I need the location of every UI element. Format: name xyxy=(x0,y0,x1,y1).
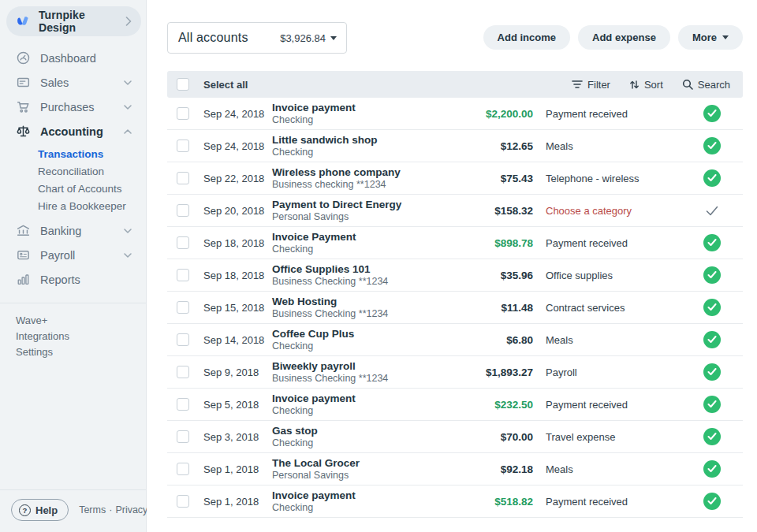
transaction-category[interactable]: Payroll xyxy=(533,366,694,378)
filter-button[interactable]: Filter xyxy=(572,79,610,91)
transaction-description[interactable]: Web Hosting xyxy=(272,296,440,308)
row-checkbox[interactable] xyxy=(177,236,189,249)
row-checkbox[interactable] xyxy=(177,398,189,411)
business-name: Turnpike Design xyxy=(39,9,119,34)
help-button[interactable]: ? Help xyxy=(11,499,69,521)
sort-button[interactable]: Sort xyxy=(629,79,663,91)
verified-badge[interactable] xyxy=(703,428,721,445)
sidebar-item-dashboard[interactable]: Dashboard xyxy=(0,46,146,70)
verified-badge[interactable] xyxy=(703,169,721,187)
transaction-category[interactable]: Meals xyxy=(533,334,694,346)
verified-badge[interactable] xyxy=(703,363,721,381)
verified-badge[interactable] xyxy=(703,266,721,284)
sidebar-item-label: Banking xyxy=(40,225,81,237)
transaction-category[interactable]: Choose a category xyxy=(533,205,694,217)
transaction-date: Sep 3, 2018 xyxy=(203,431,272,443)
sidebar-item-accounting[interactable]: Accounting xyxy=(0,119,146,143)
table-row: Sep 22, 2018 Wireless phone company Busi… xyxy=(167,162,743,195)
transaction-account: Checking xyxy=(272,502,440,514)
row-checkbox[interactable] xyxy=(177,301,189,314)
transaction-description[interactable]: Little sandwich shop xyxy=(272,134,440,147)
select-all-checkbox[interactable] xyxy=(177,78,189,91)
transaction-category[interactable]: Payment received xyxy=(533,237,694,249)
sidebar-item-sales[interactable]: Sales xyxy=(0,70,146,95)
row-checkbox[interactable] xyxy=(177,333,189,346)
transaction-description[interactable]: Invoice Payment xyxy=(272,231,440,244)
privacy-link[interactable]: Privacy xyxy=(115,504,147,515)
unreviewed-check-icon[interactable] xyxy=(706,206,718,216)
terms-link[interactable]: Terms xyxy=(79,504,106,515)
transaction-description[interactable]: Payment to Direct Energy xyxy=(272,199,440,211)
sidebar-item-integrations[interactable]: Integrations xyxy=(16,328,146,344)
row-checkbox[interactable] xyxy=(177,107,189,120)
transaction-category[interactable]: Contract services xyxy=(533,302,694,314)
sidebar-item-label: Dashboard xyxy=(40,52,96,65)
account-selector[interactable]: All accounts $3,926.84 xyxy=(167,22,347,54)
main-content: All accounts $3,926.84 Add income Add ex… xyxy=(147,0,757,532)
sidebar-item-chart-of-accounts[interactable]: Chart of Accounts xyxy=(0,180,146,197)
row-checkbox[interactable] xyxy=(177,463,189,475)
add-expense-button[interactable]: Add expense xyxy=(578,25,670,50)
transaction-amount: $518.82 xyxy=(440,496,533,508)
sidebar-item-purchases[interactable]: Purchases xyxy=(0,95,146,119)
verified-check-icon xyxy=(707,271,717,279)
sidebar-item-banking[interactable]: Banking xyxy=(0,218,146,243)
sidebar-item-transactions[interactable]: Transactions xyxy=(0,145,146,162)
transaction-description[interactable]: Invoice payment xyxy=(272,489,440,502)
more-button[interactable]: More xyxy=(678,25,743,50)
button-label: Add income xyxy=(498,32,556,43)
wave-logo-icon xyxy=(15,13,32,30)
verified-check-icon xyxy=(707,336,717,344)
transaction-date: Sep 24, 2018 xyxy=(203,140,272,152)
transaction-account: Checking xyxy=(272,114,440,126)
transaction-description[interactable]: The Local Grocer xyxy=(272,457,440,470)
transaction-category[interactable]: Telephone - wireless xyxy=(533,173,694,184)
transaction-category[interactable]: Meals xyxy=(533,140,694,152)
transaction-description[interactable]: Invoice payment xyxy=(272,392,440,405)
verified-check-icon xyxy=(707,368,717,376)
row-checkbox[interactable] xyxy=(177,366,189,378)
transaction-category[interactable]: Meals xyxy=(533,463,694,475)
row-checkbox[interactable] xyxy=(177,495,189,508)
verified-badge[interactable] xyxy=(703,331,721,348)
transaction-date: Sep 22, 2018 xyxy=(203,173,272,184)
sidebar-item-hire-a-bookkeeper[interactable]: Hire a Bookkeeper xyxy=(0,197,146,214)
transaction-description[interactable]: Coffee Cup Plus xyxy=(272,328,440,340)
table-row: Sep 18, 2018 Office Supplies 101 Busines… xyxy=(167,259,743,292)
verified-badge[interactable] xyxy=(703,234,721,251)
verified-badge[interactable] xyxy=(703,137,721,154)
row-checkbox[interactable] xyxy=(177,430,189,443)
sidebar-item-reconciliation[interactable]: Reconciliation xyxy=(0,162,146,180)
sidebar-item-payroll[interactable]: Payroll xyxy=(0,243,146,267)
transaction-description[interactable]: Wireless phone company xyxy=(272,166,440,179)
transaction-category[interactable]: Office supplies xyxy=(533,270,694,281)
sidebar-item-settings[interactable]: Settings xyxy=(16,344,146,359)
search-button[interactable]: Search xyxy=(682,79,730,91)
transaction-description[interactable]: Biweekly payroll xyxy=(272,360,440,373)
verified-badge[interactable] xyxy=(703,299,721,316)
verified-badge[interactable] xyxy=(703,396,721,413)
add-income-button[interactable]: Add income xyxy=(483,25,570,50)
table-row: Sep 18, 2018 Invoice Payment Checking $8… xyxy=(167,227,743,259)
business-selector[interactable]: Turnpike Design xyxy=(6,6,141,36)
filter-label: Filter xyxy=(587,79,610,91)
row-checkbox[interactable] xyxy=(177,269,189,281)
chevron-up-icon xyxy=(124,129,132,134)
transaction-description[interactable]: Gas stop xyxy=(272,425,440,437)
row-checkbox[interactable] xyxy=(177,172,189,184)
transaction-description[interactable]: Invoice payment xyxy=(272,102,440,114)
transaction-description[interactable]: Office Supplies 101 xyxy=(272,263,440,276)
transaction-category[interactable]: Travel expense xyxy=(533,431,694,443)
transaction-category[interactable]: Payment received xyxy=(533,108,694,120)
row-checkbox[interactable] xyxy=(177,140,189,152)
verified-badge[interactable] xyxy=(703,460,721,478)
link-label: Integrations xyxy=(16,330,69,342)
verified-badge[interactable] xyxy=(703,105,721,122)
transaction-category[interactable]: Payment received xyxy=(533,496,694,508)
verified-badge[interactable] xyxy=(703,493,721,510)
transaction-category[interactable]: Payment received xyxy=(533,399,694,411)
transaction-date: Sep 20, 2018 xyxy=(203,205,272,217)
row-checkbox[interactable] xyxy=(177,204,189,217)
sidebar-item-wave-plus[interactable]: Wave+ xyxy=(16,312,146,328)
sidebar-item-reports[interactable]: Reports xyxy=(0,267,146,292)
